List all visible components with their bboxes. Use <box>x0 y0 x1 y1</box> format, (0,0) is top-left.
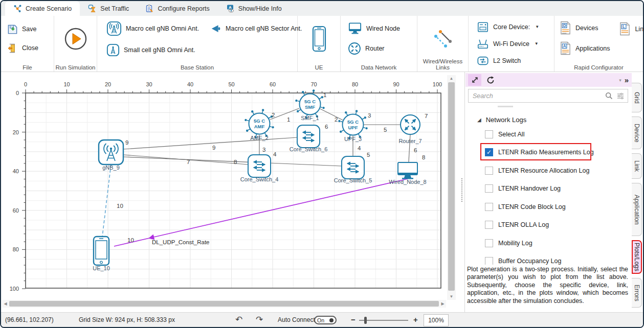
macro-cell-gnb-sector-button[interactable]: Macro cell gNB Sector Ant. <box>210 23 302 34</box>
scroll-right-icon[interactable]: ▶ <box>439 300 446 308</box>
router-icon <box>348 42 361 55</box>
close-icon <box>7 43 18 54</box>
scroll-down-icon[interactable]: ▼ <box>447 293 456 300</box>
node-Core_Switch_6[interactable]: Core_Switch_6 <box>290 125 328 152</box>
node-Core_Switch_5[interactable]: Core_Switch_5 <box>334 156 372 183</box>
svg-text:100: 100 <box>433 81 442 87</box>
router-button[interactable]: Router <box>348 42 400 55</box>
tab-create-scenario[interactable]: Create Scenario <box>5 1 80 16</box>
svg-text:5G C: 5G C <box>347 119 359 125</box>
auto-connect-toggle[interactable]: On <box>314 316 337 324</box>
wired-wireless-link-button[interactable] <box>432 28 454 50</box>
rapid-links-label: Links <box>635 26 644 33</box>
checkbox[interactable] <box>485 184 493 193</box>
node-AMF_2[interactable]: 5G CAMFAMF_2 <box>245 109 274 141</box>
core-device-dropdown[interactable]: Core Device: ▼ <box>477 21 539 33</box>
svg-text:3: 3 <box>262 147 265 153</box>
log-row-code-block[interactable]: LTENR Code Block Log <box>465 198 632 216</box>
svg-text:1: 1 <box>323 92 326 98</box>
checkbox[interactable] <box>485 130 493 138</box>
checkbox[interactable] <box>485 203 493 211</box>
chevron-down-icon: ▼ <box>535 41 539 46</box>
panel-filter-caret-icon[interactable]: ▾ <box>619 78 621 83</box>
scenario-canvas[interactable]: 0102030405060708090100020406080100123456… <box>1 72 464 312</box>
rapid-applications-button[interactable]: A Applications <box>560 41 610 55</box>
svg-text:7: 7 <box>425 113 428 119</box>
checkbox[interactable]: ✓ <box>485 148 493 156</box>
node-UE_10[interactable]: UE_10 <box>93 237 110 271</box>
l2-switch-button[interactable]: L2 Switch <box>477 55 539 67</box>
svg-text:20: 20 <box>105 81 111 87</box>
plot-generation-description: Plot generation is a two-step process. I… <box>467 266 628 305</box>
svg-text:10: 10 <box>127 237 134 243</box>
wifi-device-dropdown[interactable]: Wi-Fi Device ▼ <box>477 38 539 50</box>
canvas-vertical-scrollbar[interactable]: ▲ ▼ <box>447 75 456 300</box>
zoom-level-box[interactable]: 100% <box>424 314 449 326</box>
search-input[interactable] <box>472 92 605 100</box>
node-Wired_Node_8[interactable]: Wired_Node_8 <box>389 162 426 185</box>
small-cell-gnb-omni-button[interactable]: Small cell gNB Omni Ant. <box>106 43 199 57</box>
svg-text:SMF: SMF <box>305 104 315 110</box>
side-tab-link[interactable]: Link <box>632 153 642 179</box>
wired-node-button[interactable]: Wired Node <box>348 22 400 35</box>
svg-text:0: 0 <box>24 81 27 87</box>
rapid-devices-label: Devices <box>575 25 598 32</box>
undo-icon[interactable]: ↶ <box>235 314 242 325</box>
checkbox[interactable] <box>485 221 493 229</box>
search-filter-icon[interactable] <box>616 92 625 100</box>
log-row-olla[interactable]: LTENR OLLA Log <box>465 216 632 235</box>
tab-set-traffic[interactable]: Set Traffic <box>80 1 137 16</box>
save-button[interactable]: Save <box>7 24 38 35</box>
node-UPF_3[interactable]: 5G CUPFUPF_3 <box>338 110 368 142</box>
node-Router_7[interactable]: Router_7 <box>398 115 421 144</box>
log-row-radio-measurements[interactable]: ✓ LTENR Radio Measurements Log <box>465 144 632 162</box>
collapse-panel-button[interactable] <box>468 74 481 86</box>
log-row-resource-allocation[interactable]: LTENR Resource Allocation Log <box>465 161 632 180</box>
app-flow-line[interactable] <box>114 179 408 246</box>
link-2[interactable] <box>320 109 343 120</box>
side-tab-application[interactable]: Application <box>632 183 642 236</box>
checkbox[interactable] <box>485 239 493 247</box>
panel-expand-chevrons-icon[interactable]: » <box>625 76 629 84</box>
macro-cell-gnb-omni-button[interactable]: Macro cell gNB Omni Ant. <box>106 21 199 36</box>
log-row-mobility[interactable]: Mobility Log <box>465 234 632 252</box>
ribbon-group-devices-column: Core Device: ▼ Wi-Fi Device ▼ <box>469 16 554 72</box>
canvas-horizontal-scrollbar[interactable]: ◀ ▶ <box>2 300 446 308</box>
wired-node-label: Wired Node <box>366 25 400 32</box>
network-logs-tree-header[interactable]: ◢ Network Logs <box>477 116 526 124</box>
log-row-buffer-occupancy[interactable]: Buffer Occupancy Log <box>465 252 632 265</box>
side-tab-errors[interactable]: Errors <box>632 278 642 308</box>
redo-icon[interactable]: ↷ <box>256 314 263 325</box>
checkbox[interactable] <box>485 257 493 265</box>
panel-splitter[interactable] <box>459 72 464 312</box>
checkbox[interactable] <box>485 167 493 175</box>
refresh-button[interactable] <box>484 74 497 86</box>
node-gNB_9[interactable]: gNB_9 <box>99 140 123 171</box>
svg-text:Core_Switch_4: Core_Switch_4 <box>240 176 279 182</box>
hscroll-thumb[interactable] <box>9 301 439 307</box>
core-device-label: Core Device: <box>493 24 530 31</box>
close-button[interactable]: Close <box>7 43 38 54</box>
log-row-handover[interactable]: LTENR Handover Log <box>465 180 632 198</box>
log-row-select-all[interactable]: Select All <box>465 125 632 144</box>
vscroll-thumb[interactable] <box>448 82 455 291</box>
tab-show-hide-info[interactable]: A Show/Hide Info <box>218 1 290 16</box>
rapid-devices-button[interactable]: D Devices <box>560 21 610 35</box>
side-tab-plots-logs[interactable]: Plots/Logs <box>632 240 642 274</box>
side-tab-device[interactable]: Device <box>632 116 642 149</box>
zoom-out-button[interactable]: − <box>351 315 356 324</box>
zoom-in-button[interactable]: + <box>413 315 418 324</box>
node-SMF_1[interactable]: 5G CSMFSMF_1 <box>295 89 325 121</box>
ue-phone-button[interactable] <box>312 26 327 52</box>
tree-expander-icon[interactable]: ◢ <box>477 117 481 123</box>
scroll-up-icon[interactable]: ▲ <box>447 75 456 82</box>
side-tab-grid[interactable]: Grid <box>632 83 642 112</box>
zoom-slider-thumb[interactable] <box>364 317 367 324</box>
run-simulation-button[interactable] <box>64 27 87 51</box>
search-icon[interactable] <box>605 91 613 100</box>
log-label: LTENR OLLA Log <box>498 221 549 228</box>
rapid-links-button[interactable]: L Links <box>619 22 644 36</box>
tab-configure-reports[interactable]: Configure Reports <box>137 1 217 16</box>
scroll-left-icon[interactable]: ◀ <box>2 300 9 308</box>
svg-text:D: D <box>563 24 566 28</box>
